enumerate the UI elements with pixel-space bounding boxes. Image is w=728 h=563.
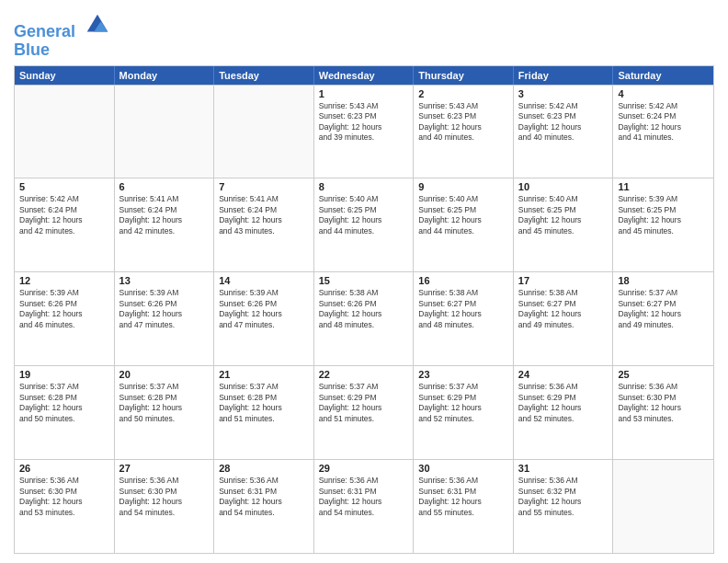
- calendar-body: 1Sunrise: 5:43 AM Sunset: 6:23 PM Daylig…: [15, 85, 713, 553]
- calendar-row-0: 1Sunrise: 5:43 AM Sunset: 6:23 PM Daylig…: [15, 85, 713, 178]
- day-info-14: Sunrise: 5:39 AM Sunset: 6:26 PM Dayligh…: [219, 288, 309, 330]
- day-cell-17: 17Sunrise: 5:38 AM Sunset: 6:27 PM Dayli…: [514, 272, 614, 365]
- day-info-12: Sunrise: 5:39 AM Sunset: 6:26 PM Dayligh…: [19, 288, 109, 330]
- day-info-18: Sunrise: 5:37 AM Sunset: 6:27 PM Dayligh…: [618, 288, 709, 330]
- calendar-row-4: 26Sunrise: 5:36 AM Sunset: 6:30 PM Dayli…: [15, 459, 713, 553]
- day-number-10: 10: [518, 181, 609, 192]
- empty-cell-0-2: [214, 86, 314, 178]
- day-cell-7: 7Sunrise: 5:41 AM Sunset: 6:24 PM Daylig…: [214, 178, 314, 271]
- day-number-2: 2: [418, 88, 508, 99]
- day-number-23: 23: [418, 369, 508, 380]
- day-cell-19: 19Sunrise: 5:37 AM Sunset: 6:28 PM Dayli…: [15, 366, 115, 459]
- empty-cell-0-1: [115, 86, 215, 178]
- day-cell-10: 10Sunrise: 5:40 AM Sunset: 6:25 PM Dayli…: [514, 178, 614, 271]
- logo-blue: Blue: [14, 41, 111, 60]
- day-number-24: 24: [518, 369, 609, 380]
- calendar-row-2: 12Sunrise: 5:39 AM Sunset: 6:26 PM Dayli…: [15, 271, 713, 365]
- day-cell-1: 1Sunrise: 5:43 AM Sunset: 6:23 PM Daylig…: [314, 86, 415, 178]
- day-info-13: Sunrise: 5:39 AM Sunset: 6:26 PM Dayligh…: [119, 288, 210, 330]
- day-info-1: Sunrise: 5:43 AM Sunset: 6:23 PM Dayligh…: [319, 101, 409, 144]
- day-info-28: Sunrise: 5:36 AM Sunset: 6:31 PM Dayligh…: [219, 476, 309, 518]
- day-info-6: Sunrise: 5:41 AM Sunset: 6:24 PM Dayligh…: [119, 194, 210, 236]
- weekday-header-tuesday: Tuesday: [214, 66, 314, 85]
- day-info-4: Sunrise: 5:42 AM Sunset: 6:24 PM Dayligh…: [618, 101, 709, 144]
- day-number-16: 16: [418, 275, 508, 286]
- logo: General Blue: [14, 9, 111, 60]
- day-cell-18: 18Sunrise: 5:37 AM Sunset: 6:27 PM Dayli…: [613, 272, 713, 365]
- day-cell-24: 24Sunrise: 5:36 AM Sunset: 6:29 PM Dayli…: [514, 366, 614, 459]
- header: General Blue: [14, 9, 714, 60]
- day-cell-2: 2Sunrise: 5:43 AM Sunset: 6:23 PM Daylig…: [414, 86, 514, 178]
- empty-cell-0-0: [15, 86, 115, 178]
- day-number-18: 18: [618, 275, 709, 286]
- day-cell-25: 25Sunrise: 5:36 AM Sunset: 6:30 PM Dayli…: [613, 366, 713, 459]
- day-number-27: 27: [119, 463, 210, 474]
- day-cell-9: 9Sunrise: 5:40 AM Sunset: 6:25 PM Daylig…: [414, 178, 514, 271]
- day-number-30: 30: [418, 463, 508, 474]
- day-info-19: Sunrise: 5:37 AM Sunset: 6:28 PM Dayligh…: [19, 382, 109, 424]
- day-info-17: Sunrise: 5:38 AM Sunset: 6:27 PM Dayligh…: [518, 288, 609, 330]
- day-number-5: 5: [19, 181, 109, 192]
- day-info-15: Sunrise: 5:38 AM Sunset: 6:26 PM Dayligh…: [319, 288, 409, 330]
- day-cell-21: 21Sunrise: 5:37 AM Sunset: 6:28 PM Dayli…: [214, 366, 314, 459]
- weekday-header-saturday: Saturday: [613, 66, 713, 85]
- day-info-27: Sunrise: 5:36 AM Sunset: 6:30 PM Dayligh…: [119, 476, 210, 518]
- day-info-8: Sunrise: 5:40 AM Sunset: 6:25 PM Dayligh…: [319, 194, 409, 236]
- page: General Blue SundayMondayTuesdayWednesda…: [0, 0, 728, 563]
- day-cell-15: 15Sunrise: 5:38 AM Sunset: 6:26 PM Dayli…: [314, 272, 415, 365]
- day-cell-31: 31Sunrise: 5:36 AM Sunset: 6:32 PM Dayli…: [514, 460, 614, 553]
- day-info-2: Sunrise: 5:43 AM Sunset: 6:23 PM Dayligh…: [418, 101, 508, 144]
- day-cell-11: 11Sunrise: 5:39 AM Sunset: 6:25 PM Dayli…: [613, 178, 713, 271]
- empty-cell-4-6: [613, 460, 713, 553]
- calendar: SundayMondayTuesdayWednesdayThursdayFrid…: [14, 65, 714, 554]
- day-number-1: 1: [319, 88, 409, 99]
- day-info-21: Sunrise: 5:37 AM Sunset: 6:28 PM Dayligh…: [219, 382, 309, 424]
- day-cell-4: 4Sunrise: 5:42 AM Sunset: 6:24 PM Daylig…: [613, 86, 713, 178]
- day-cell-29: 29Sunrise: 5:36 AM Sunset: 6:31 PM Dayli…: [314, 460, 415, 553]
- day-info-23: Sunrise: 5:37 AM Sunset: 6:29 PM Dayligh…: [418, 382, 508, 424]
- day-info-26: Sunrise: 5:36 AM Sunset: 6:30 PM Dayligh…: [19, 476, 109, 518]
- day-number-4: 4: [618, 88, 709, 99]
- calendar-row-1: 5Sunrise: 5:42 AM Sunset: 6:24 PM Daylig…: [15, 178, 713, 271]
- day-number-26: 26: [19, 463, 109, 474]
- day-number-9: 9: [418, 181, 508, 192]
- day-number-20: 20: [119, 369, 210, 380]
- weekday-header-monday: Monday: [115, 66, 215, 85]
- logo-text: General: [14, 9, 111, 41]
- day-info-7: Sunrise: 5:41 AM Sunset: 6:24 PM Dayligh…: [219, 194, 309, 236]
- day-number-21: 21: [219, 369, 309, 380]
- day-info-30: Sunrise: 5:36 AM Sunset: 6:31 PM Dayligh…: [418, 476, 508, 518]
- day-number-14: 14: [219, 275, 309, 286]
- day-info-11: Sunrise: 5:39 AM Sunset: 6:25 PM Dayligh…: [618, 194, 709, 236]
- day-info-5: Sunrise: 5:42 AM Sunset: 6:24 PM Dayligh…: [19, 194, 109, 236]
- weekday-header-friday: Friday: [514, 66, 614, 85]
- day-number-17: 17: [518, 275, 609, 286]
- day-number-29: 29: [319, 463, 409, 474]
- day-cell-3: 3Sunrise: 5:42 AM Sunset: 6:23 PM Daylig…: [514, 86, 614, 178]
- day-number-22: 22: [319, 369, 409, 380]
- day-cell-14: 14Sunrise: 5:39 AM Sunset: 6:26 PM Dayli…: [214, 272, 314, 365]
- day-info-25: Sunrise: 5:36 AM Sunset: 6:30 PM Dayligh…: [618, 382, 709, 424]
- day-cell-22: 22Sunrise: 5:37 AM Sunset: 6:29 PM Dayli…: [314, 366, 415, 459]
- day-cell-16: 16Sunrise: 5:38 AM Sunset: 6:27 PM Dayli…: [414, 272, 514, 365]
- calendar-row-3: 19Sunrise: 5:37 AM Sunset: 6:28 PM Dayli…: [15, 365, 713, 459]
- day-info-20: Sunrise: 5:37 AM Sunset: 6:28 PM Dayligh…: [119, 382, 210, 424]
- day-cell-13: 13Sunrise: 5:39 AM Sunset: 6:26 PM Dayli…: [115, 272, 215, 365]
- day-number-19: 19: [19, 369, 109, 380]
- calendar-header: SundayMondayTuesdayWednesdayThursdayFrid…: [15, 66, 713, 85]
- day-number-12: 12: [19, 275, 109, 286]
- day-cell-26: 26Sunrise: 5:36 AM Sunset: 6:30 PM Dayli…: [15, 460, 115, 553]
- weekday-header-sunday: Sunday: [15, 66, 115, 85]
- weekday-header-thursday: Thursday: [414, 66, 514, 85]
- weekday-header-wednesday: Wednesday: [314, 66, 415, 85]
- day-cell-23: 23Sunrise: 5:37 AM Sunset: 6:29 PM Dayli…: [414, 366, 514, 459]
- day-number-15: 15: [319, 275, 409, 286]
- day-number-3: 3: [518, 88, 609, 99]
- day-cell-12: 12Sunrise: 5:39 AM Sunset: 6:26 PM Dayli…: [15, 272, 115, 365]
- day-cell-8: 8Sunrise: 5:40 AM Sunset: 6:25 PM Daylig…: [314, 178, 415, 271]
- day-info-29: Sunrise: 5:36 AM Sunset: 6:31 PM Dayligh…: [319, 476, 409, 518]
- day-info-3: Sunrise: 5:42 AM Sunset: 6:23 PM Dayligh…: [518, 101, 609, 144]
- day-cell-6: 6Sunrise: 5:41 AM Sunset: 6:24 PM Daylig…: [115, 178, 215, 271]
- day-number-13: 13: [119, 275, 210, 286]
- day-cell-28: 28Sunrise: 5:36 AM Sunset: 6:31 PM Dayli…: [214, 460, 314, 553]
